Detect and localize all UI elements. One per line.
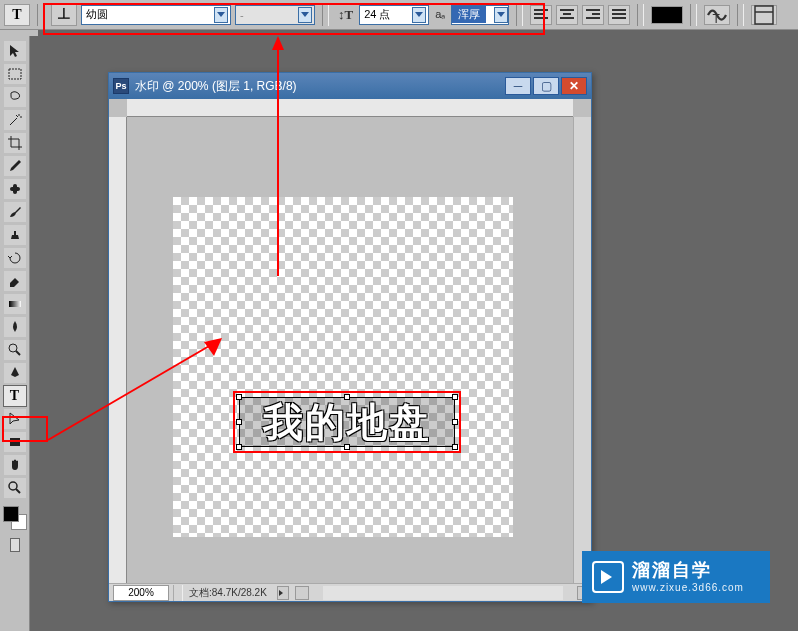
transform-handle[interactable] xyxy=(236,444,242,450)
divider xyxy=(37,4,44,26)
color-picker[interactable] xyxy=(3,506,27,530)
play-icon xyxy=(592,561,624,593)
font-family-select[interactable]: 幼圆 xyxy=(81,5,231,25)
transform-handle[interactable] xyxy=(236,419,242,425)
watermark-badge: 溜溜自学 www.zixue.3d66.com xyxy=(582,551,770,603)
scroll-left-button[interactable] xyxy=(295,586,309,600)
move-tool[interactable] xyxy=(3,40,27,62)
divider xyxy=(173,585,183,601)
zoom-tool[interactable] xyxy=(3,477,27,499)
document-title: 水印 @ 200% (图层 1, RGB/8) xyxy=(135,78,297,95)
text-orientation-icon: 丄 xyxy=(58,6,70,23)
text-options-bar: T 丄 幼圆 - ↕T 24 点 aₐ 浑厚 T xyxy=(0,0,798,30)
horizontal-scrollbar[interactable] xyxy=(323,586,563,600)
canvas[interactable]: 我的地盘 xyxy=(173,197,513,537)
svg-rect-3 xyxy=(9,69,21,79)
transform-handle[interactable] xyxy=(344,394,350,400)
document-titlebar[interactable]: Ps 水印 @ 200% (图层 1, RGB/8) ─ ▢ ✕ xyxy=(109,73,591,99)
screen-mode-buttons[interactable] xyxy=(10,538,20,552)
healing-brush-tool[interactable] xyxy=(3,178,27,200)
text-orientation-button[interactable]: 丄 xyxy=(51,4,77,26)
svg-line-11 xyxy=(16,489,20,493)
divider xyxy=(516,4,523,26)
divider xyxy=(322,4,329,26)
shape-tool[interactable] xyxy=(3,431,27,453)
text-color-swatch[interactable] xyxy=(651,6,683,24)
align-center-button[interactable] xyxy=(556,5,578,25)
watermark-url: www.zixue.3d66.com xyxy=(632,582,744,594)
svg-line-8 xyxy=(16,351,20,355)
magic-wand-tool[interactable] xyxy=(3,109,27,131)
divider xyxy=(637,4,644,26)
divider xyxy=(737,4,744,26)
character-panel-button[interactable] xyxy=(751,5,777,25)
eraser-tool[interactable] xyxy=(3,270,27,292)
transform-handle[interactable] xyxy=(452,419,458,425)
text-layer-content[interactable]: 我的地盘 xyxy=(263,395,431,450)
chevron-down-icon xyxy=(494,7,508,23)
type-icon: T xyxy=(10,388,19,404)
svg-rect-6 xyxy=(9,301,21,307)
svg-rect-9 xyxy=(10,438,20,446)
font-style-select[interactable]: - xyxy=(235,5,315,25)
document-body: 我的地盘 200% 文档:84.7K/28.2K xyxy=(109,99,591,601)
antialias-select[interactable]: 浑厚 xyxy=(451,5,509,25)
hand-tool[interactable] xyxy=(3,454,27,476)
transform-handle[interactable] xyxy=(452,394,458,400)
gradient-tool[interactable] xyxy=(3,293,27,315)
dodge-tool[interactable] xyxy=(3,339,27,361)
zoom-level-input[interactable]: 200% xyxy=(113,585,169,601)
minimize-button[interactable]: ─ xyxy=(505,77,531,95)
font-size-select[interactable]: 24 点 xyxy=(359,5,429,25)
transform-handle[interactable] xyxy=(452,444,458,450)
watermark-title: 溜溜自学 xyxy=(632,560,744,582)
clone-stamp-tool[interactable] xyxy=(3,224,27,246)
font-style-value: - xyxy=(240,9,244,21)
maximize-button[interactable]: ▢ xyxy=(533,77,559,95)
warp-text-button[interactable]: T xyxy=(704,5,730,25)
pen-tool[interactable] xyxy=(3,362,27,384)
eyedropper-tool[interactable] xyxy=(3,155,27,177)
transform-handle[interactable] xyxy=(344,444,350,450)
current-tool-icon: T xyxy=(4,4,30,26)
antialias-value: 浑厚 xyxy=(452,6,486,23)
chevron-down-icon xyxy=(412,7,426,23)
svg-point-10 xyxy=(9,482,17,490)
crop-tool[interactable] xyxy=(3,132,27,154)
foreground-color-swatch[interactable] xyxy=(3,506,19,522)
path-selection-tool[interactable] xyxy=(3,408,27,430)
vertical-scrollbar[interactable] xyxy=(573,117,591,583)
transform-handle[interactable] xyxy=(236,394,242,400)
svg-point-7 xyxy=(9,344,17,352)
type-tool[interactable]: T xyxy=(3,385,27,407)
lasso-tool[interactable] xyxy=(3,86,27,108)
align-left-button[interactable] xyxy=(530,5,552,25)
status-menu-button[interactable] xyxy=(277,586,289,600)
svg-text:T: T xyxy=(713,11,721,25)
blur-tool[interactable] xyxy=(3,316,27,338)
chevron-down-icon xyxy=(214,7,228,23)
font-size-icon: ↕T xyxy=(338,7,353,23)
horizontal-ruler[interactable] xyxy=(127,99,573,117)
document-status: 文档:84.7K/28.2K xyxy=(183,586,273,600)
history-brush-tool[interactable] xyxy=(3,247,27,269)
svg-rect-1 xyxy=(755,6,773,24)
svg-marker-13 xyxy=(272,36,284,50)
chevron-down-icon xyxy=(298,7,312,23)
svg-rect-5 xyxy=(13,184,17,194)
text-layer-bounding-box[interactable]: 我的地盘 xyxy=(239,397,455,447)
align-justify-button[interactable] xyxy=(608,5,630,25)
marquee-tool[interactable] xyxy=(3,63,27,85)
canvas-viewport[interactable]: 我的地盘 xyxy=(127,117,573,583)
vertical-ruler[interactable] xyxy=(109,117,127,583)
close-button[interactable]: ✕ xyxy=(561,77,587,95)
align-right-button[interactable] xyxy=(582,5,604,25)
brush-tool[interactable] xyxy=(3,201,27,223)
font-size-value: 24 点 xyxy=(364,7,390,22)
app-icon: Ps xyxy=(113,78,129,94)
warp-icon: T xyxy=(705,3,729,27)
document-window: Ps 水印 @ 200% (图层 1, RGB/8) ─ ▢ ✕ 我的地盘 xyxy=(108,72,592,602)
tools-panel: T xyxy=(0,36,30,631)
panel-icon xyxy=(752,3,776,27)
standard-mode-button[interactable] xyxy=(10,538,20,552)
